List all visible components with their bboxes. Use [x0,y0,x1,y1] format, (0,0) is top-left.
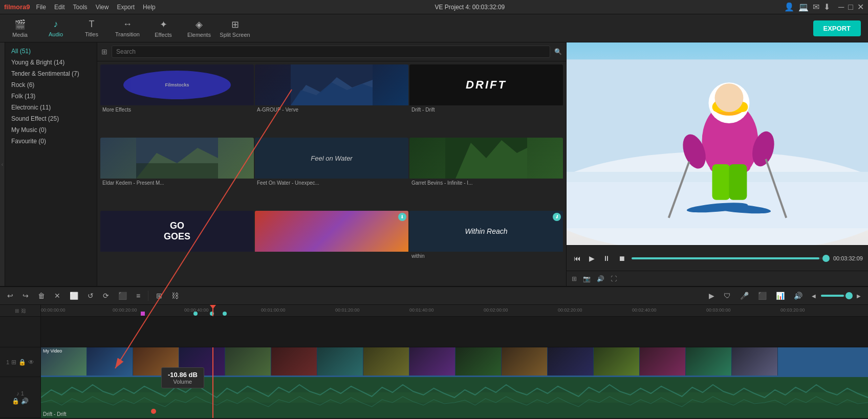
media-item-drift[interactable]: DRIFT Drift - Drift [409,64,563,137]
search-input[interactable] [112,46,550,58]
minimize-btn[interactable]: ─ [838,3,844,12]
keyframe-button[interactable]: ⬛ [755,290,770,302]
video-track-grid-icon[interactable]: ⊞ [11,359,16,366]
video-track-eye-icon[interactable]: 👁 [28,359,34,366]
media-item-pink[interactable]: ⬇ [255,211,408,283]
svg-rect-5 [136,163,218,179]
tool-elements[interactable]: ◈ Elements [181,15,217,41]
media-item-garret[interactable]: Garret Bevins - Infinite - I... [409,138,563,210]
sidebar-item-tender[interactable]: Tender & Sentimental (7) [5,68,97,79]
color-button[interactable]: ⬛ [115,290,130,302]
sidebar-item-all[interactable]: All (51) [5,46,97,57]
shield-button[interactable]: 🛡 [721,290,734,302]
ruler-20: 00:00:20:00 [113,307,137,313]
media-item-goes[interactable]: GO GOES [100,211,254,283]
menu-view[interactable]: View [96,4,109,11]
playhead-line [212,305,213,316]
video-track-row: 1 ⊞ 🔒 👁 My Video [0,347,868,377]
speed-button[interactable]: ⟳ [100,290,112,302]
preview-icon-1[interactable]: ⊞ [572,275,577,282]
sidebar-item-electronic[interactable]: Electronic (11) [5,102,97,113]
menu-tools[interactable]: Tools [73,4,88,11]
menu-file[interactable]: File [36,4,46,11]
menu-export[interactable]: Export [117,4,135,11]
tool-titles-label: Titles [85,31,98,37]
tool-effects[interactable]: ✦ Effects [145,15,181,41]
volume-button[interactable]: 🔊 [791,290,806,302]
preview-timeline-slider[interactable] [632,257,829,259]
adjust-button[interactable]: ≡ [133,290,143,302]
audio-track-number: ♪ 1 [16,390,24,396]
maximize-btn[interactable]: □ [848,3,853,12]
undo-button[interactable]: ↩ [4,290,16,302]
play-button[interactable]: ▶ [587,252,597,264]
add-track-icon[interactable]: ⊞ [15,308,19,314]
volume-marker[interactable] [151,409,156,414]
pause-button[interactable]: ⏸ [601,252,612,264]
sidebar-item-young[interactable]: Young & Bright (14) [5,57,97,68]
menu-help[interactable]: Help [143,4,156,11]
timeline-knob[interactable] [822,255,830,262]
devices-icon[interactable]: 💻 [798,2,809,12]
splitscreen-icon: ⊞ [231,19,239,30]
delete-button[interactable]: 🗑 [35,290,48,302]
collapse-handle[interactable]: ‹ [0,42,5,286]
tool-audio[interactable]: ♪ Audio [38,15,74,41]
video-track-lock-icon[interactable]: 🔒 [18,359,26,366]
tool-media[interactable]: 🎬 Media [2,15,38,41]
ski-preview-image [567,42,868,245]
right-panel: ⏮ ▶ ⏸ ⏹ 00:03:32:09 ⊞ 📷 🔊 ⛶ [566,42,868,286]
sidebar-item-favourite[interactable]: Favourite (0) [5,136,97,147]
tool-titles[interactable]: T Titles [74,15,110,41]
thumb-2 [87,347,133,376]
link-track-icon[interactable]: ⛓ [21,308,26,314]
close-btn[interactable]: ✕ [857,2,864,12]
prev-frame-button[interactable]: ⏮ [572,252,583,264]
media-item-filmstocks[interactable]: Filmstocks More Effects [100,64,254,137]
sidebar-item-rock[interactable]: Rock (6) [5,79,97,91]
svg-point-16 [715,83,744,112]
media-item-feet[interactable]: Feel on Water Feet On Water - Unexpec... [255,138,408,210]
sidebar-item-soundeffect[interactable]: Sound Effect (25) [5,113,97,124]
link-button[interactable]: ⛓ [168,290,182,302]
thumb-12 [548,347,594,376]
mail-icon[interactable]: ✉ [813,2,819,12]
mic-button[interactable]: 🎤 [737,290,752,302]
crop-button[interactable]: ⬜ [67,290,81,302]
ruler-60: 00:01:00:00 [261,307,286,313]
volume-knob[interactable] [845,292,853,299]
user-icon[interactable]: 👤 [784,2,794,12]
verve-waveform [255,64,408,105]
menu-edit[interactable]: Edit [54,4,65,11]
search-icon[interactable]: 🔍 [554,48,562,55]
snap-button[interactable]: ⊞ [153,290,165,302]
tool-transition[interactable]: ↔ Transition [110,15,145,41]
download-icon[interactable]: ⬇ [823,2,830,12]
tool-splitscreen[interactable]: ⊞ Split Screen [217,15,253,41]
cut-button[interactable]: ✕ [51,290,63,302]
export-button[interactable]: EXPORT [813,20,861,36]
redo-button[interactable]: ↪ [19,290,32,302]
stop-button[interactable]: ⏹ [616,252,627,264]
preview-icon-4[interactable]: ⛶ [611,275,617,282]
media-item-within[interactable]: Within Reach ⬇ within [409,211,563,283]
title-center: VE Project 4: 00:03:32:09 [435,4,505,11]
audio-track-lock-icon[interactable]: 🔒 [12,398,19,405]
preview-icon-2[interactable]: 📷 [583,275,591,282]
media-item-eldar[interactable]: Eldar Kedem - Present M... [100,138,254,210]
within-text: Within Reach [465,227,507,235]
sidebar-item-mymusic[interactable]: My Music (0) [5,124,97,136]
ski-scene-svg [567,42,868,245]
preview-icon-3[interactable]: 🔊 [597,275,604,282]
sidebar-item-folk[interactable]: Folk (13) [5,91,97,102]
volume-slider[interactable] [821,295,852,297]
media-item-verve[interactable]: A-GROUP - Verve [255,64,408,137]
audio-track-vol-icon[interactable]: 🔊 [21,398,29,405]
thumb-9 [409,347,455,376]
rotate-button[interactable]: ↺ [84,290,97,302]
chart-button[interactable]: 📊 [773,290,788,302]
grid-view-icon[interactable]: ⊞ [101,48,107,56]
vol-down-btn[interactable]: ◀ [809,291,819,301]
vol-up-btn[interactable]: ▶ [854,291,864,301]
record-button[interactable]: ▶ [706,290,718,302]
